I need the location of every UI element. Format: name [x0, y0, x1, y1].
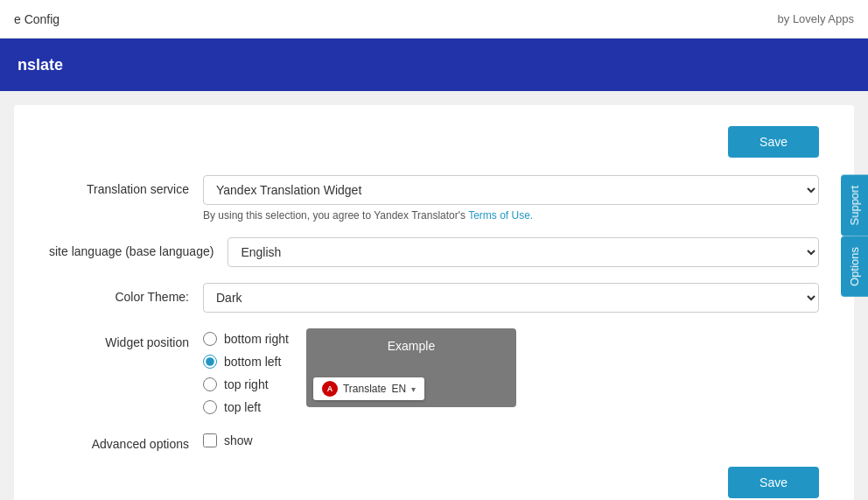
- advanced-options-row: Advanced options show: [49, 430, 819, 451]
- radio-group-position: bottom right bottom left top right top l…: [203, 328, 289, 414]
- widget-text: Translate: [343, 383, 387, 395]
- radio-label-bottom-left: bottom left: [224, 355, 281, 369]
- color-theme-control: Dark Light: [203, 283, 819, 313]
- bottom-save-row: Save: [49, 467, 819, 498]
- header-title: nslate: [18, 56, 63, 74]
- advanced-options-checkbox-label[interactable]: show: [203, 430, 819, 447]
- save-button-bottom[interactable]: Save: [728, 467, 819, 498]
- top-save-row: Save: [49, 126, 819, 158]
- translation-service-label: Translation service: [49, 175, 189, 196]
- widget-position-options: bottom right bottom left top right top l…: [203, 328, 819, 414]
- widget-caret-icon: ▾: [411, 384, 416, 394]
- translation-hint: By using this selection, you agree to Ya…: [203, 209, 819, 222]
- website-language-select[interactable]: English Spanish French: [228, 237, 819, 267]
- advanced-options-checkbox-text: show: [224, 433, 253, 447]
- radio-input-top-right[interactable]: [203, 377, 217, 391]
- radio-label-top-right: top right: [224, 377, 269, 391]
- website-language-row: site language (base language) English Sp…: [49, 237, 819, 267]
- main-content-card: Save Translation service Yandex Translat…: [14, 105, 854, 500]
- top-bar: e Config by Lovely Apps: [0, 0, 868, 39]
- advanced-options-label: Advanced options: [49, 430, 189, 451]
- translation-service-select[interactable]: Yandex Translation Widget Google Transla…: [203, 175, 819, 205]
- color-theme-row: Color Theme: Dark Light: [49, 283, 819, 313]
- terms-link[interactable]: Terms of Use.: [468, 209, 533, 222]
- radio-label-top-left: top left: [224, 400, 261, 414]
- translation-service-row: Translation service Yandex Translation W…: [49, 175, 819, 222]
- advanced-options-control: show: [203, 430, 819, 447]
- blue-header: nslate: [0, 39, 868, 91]
- widget-position-row: Widget position bottom right bottom left…: [49, 328, 819, 414]
- translation-service-control: Yandex Translation Widget Google Transla…: [203, 175, 819, 222]
- widget-preview-box: Example A Translate EN ▾: [306, 328, 516, 407]
- radio-input-bottom-right[interactable]: [203, 332, 217, 346]
- radio-bottom-left[interactable]: bottom left: [203, 355, 289, 369]
- website-language-control: English Spanish French: [228, 237, 819, 267]
- color-theme-select[interactable]: Dark Light: [203, 283, 819, 313]
- website-language-label: site language (base language): [49, 237, 214, 258]
- radio-bottom-right[interactable]: bottom right: [203, 332, 289, 346]
- widget-lang: EN: [392, 383, 407, 395]
- radio-top-left[interactable]: top left: [203, 400, 289, 414]
- page-title: e Config: [14, 12, 60, 26]
- preview-label: Example: [388, 339, 435, 353]
- options-tab[interactable]: Options: [841, 236, 868, 297]
- brand-label: by Lovely Apps: [778, 12, 854, 25]
- advanced-options-checkbox[interactable]: [203, 433, 217, 447]
- widget-position-label: Widget position: [49, 328, 189, 349]
- radio-input-top-left[interactable]: [203, 400, 217, 414]
- radio-input-bottom-left[interactable]: [203, 355, 217, 369]
- save-button-top[interactable]: Save: [728, 126, 819, 158]
- radio-label-bottom-right: bottom right: [224, 332, 289, 346]
- color-theme-label: Color Theme:: [49, 283, 189, 304]
- translate-icon: A: [322, 381, 338, 397]
- support-tab[interactable]: Support: [841, 175, 868, 236]
- radio-top-right[interactable]: top right: [203, 377, 289, 391]
- translate-widget-mock: A Translate EN ▾: [313, 377, 424, 400]
